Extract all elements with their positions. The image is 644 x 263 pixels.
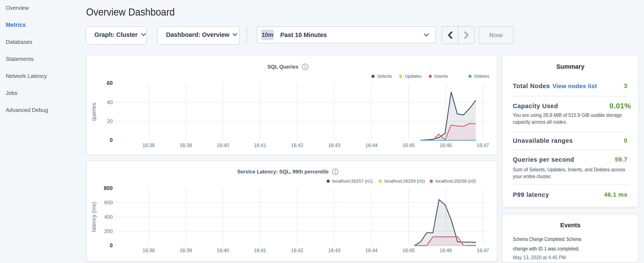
svg-text:16:46: 16:46	[440, 143, 452, 148]
svg-text:16:46: 16:46	[440, 248, 452, 253]
svg-text:800: 800	[104, 185, 113, 191]
svg-text:16:44: 16:44	[365, 143, 378, 148]
svg-text:16:41: 16:41	[254, 143, 266, 148]
svg-text:16:41: 16:41	[254, 248, 266, 253]
svg-text:40: 40	[107, 99, 113, 105]
svg-text:0: 0	[110, 137, 113, 143]
svg-text:16:38: 16:38	[142, 248, 155, 253]
svg-text:16:45: 16:45	[402, 248, 415, 253]
svg-text:16:43: 16:43	[328, 143, 340, 148]
svg-text:200: 200	[104, 228, 113, 234]
svg-text:16:44: 16:44	[365, 248, 378, 253]
svg-text:16:40: 16:40	[217, 248, 229, 253]
svg-text:20: 20	[107, 118, 113, 124]
svg-text:16:42: 16:42	[291, 143, 304, 148]
svg-text:16:45: 16:45	[402, 143, 415, 148]
svg-text:0: 0	[110, 242, 113, 248]
svg-text:16:47: 16:47	[477, 143, 489, 148]
svg-text:latency (ms): latency (ms)	[90, 202, 97, 232]
svg-text:16:43: 16:43	[328, 248, 340, 253]
svg-text:16:42: 16:42	[291, 248, 304, 253]
svg-text:16:40: 16:40	[217, 143, 229, 148]
svg-text:400: 400	[104, 214, 113, 220]
svg-text:16:47: 16:47	[477, 248, 489, 253]
svg-text:16:39: 16:39	[180, 143, 192, 148]
svg-text:queries: queries	[90, 103, 97, 121]
svg-text:60: 60	[107, 80, 113, 86]
svg-text:16:39: 16:39	[180, 248, 192, 253]
svg-text:600: 600	[104, 200, 113, 205]
svg-text:16:38: 16:38	[142, 143, 155, 148]
